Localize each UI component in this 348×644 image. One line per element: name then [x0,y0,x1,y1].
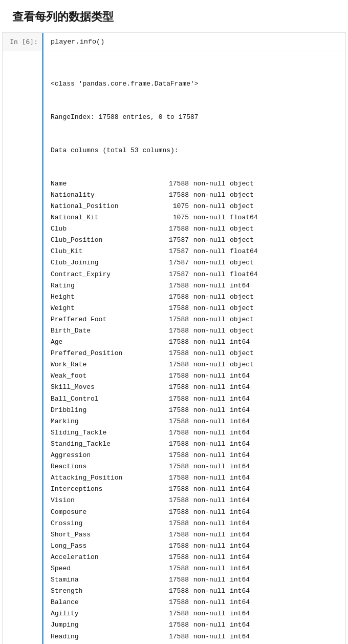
column-name: Standing_Tackle [51,439,158,450]
column-type: int64 [230,608,250,619]
column-row: Marking17588non-nullint64 [51,416,338,427]
column-null: non-null [189,631,230,642]
column-null: non-null [189,507,230,518]
column-row: Club_Position17587non-nullobject [51,235,338,246]
column-type: int64 [230,586,250,597]
column-count: 17588 [158,472,189,484]
column-type: object [230,190,254,201]
column-row: Composure17588non-nullint64 [51,507,338,518]
column-name: Birth_Date [51,325,158,337]
column-name: Aggression [51,450,158,461]
column-null: non-null [189,235,230,246]
column-row: Crossing17588non-nullint64 [51,518,338,529]
column-name: Club [51,223,158,235]
column-count: 17588 [158,574,189,586]
column-null: non-null [189,178,230,190]
column-null: non-null [189,223,230,235]
column-name: Stamina [51,574,158,586]
column-type: int64 [230,518,250,529]
column-null: non-null [189,348,230,359]
column-null: non-null [189,405,230,416]
column-row: Acceleration17588non-nullint64 [51,552,338,563]
column-count: 17588 [158,190,189,201]
column-row: Ball_Control17588non-nullint64 [51,393,338,405]
column-row: Dribbling17588non-nullint64 [51,405,338,416]
column-name: Shot_Power [51,642,158,644]
column-null: non-null [189,269,230,280]
column-name: Preffered_Position [51,348,158,359]
column-type: object [230,348,254,359]
column-type: int64 [230,370,250,382]
column-type: int64 [230,405,250,416]
column-count: 17588 [158,359,189,370]
column-count: 17587 [158,246,189,257]
column-name: Club_Joining [51,257,158,268]
column-type: int64 [230,382,250,393]
column-count: 17588 [158,597,189,608]
column-count: 17588 [158,292,189,303]
column-count: 17588 [158,178,189,190]
column-name: Club_Position [51,235,158,246]
column-name: Acceleration [51,552,158,563]
column-type: object [230,257,254,268]
column-name: Heading [51,631,158,642]
column-row: Shot_Power17588non-nullint64 [51,642,338,644]
column-null: non-null [189,484,230,495]
column-null: non-null [189,325,230,337]
column-row: Birth_Date17588non-nullobject [51,325,338,337]
column-row: Interceptions17588non-nullint64 [51,484,338,495]
column-row: Jumping17588non-nullint64 [51,619,338,631]
column-null: non-null [189,314,230,325]
column-name: Crossing [51,518,158,529]
column-type: int64 [230,393,250,405]
column-null: non-null [189,450,230,461]
column-name: Age [51,337,158,348]
column-name: Vision [51,495,158,506]
column-row: National_Kit1075non-nullfloat64 [51,212,338,223]
column-row: Club_Joining17587non-nullobject [51,257,338,268]
column-name: Dribbling [51,405,158,416]
column-count: 17588 [158,507,189,518]
column-type: int64 [230,597,250,608]
column-name: Speed [51,563,158,574]
column-type: int64 [230,552,250,563]
column-type: int64 [230,563,250,574]
column-row: Club17588non-nullobject [51,223,338,235]
column-name: Long_Pass [51,541,158,552]
column-type: object [230,178,254,190]
column-row: Rating17588non-nullint64 [51,280,338,292]
column-null: non-null [189,257,230,268]
column-name: Height [51,292,158,303]
column-count: 17587 [158,235,189,246]
in-number: [6]: [22,38,38,46]
column-row: Weight17588non-nullobject [51,303,338,314]
column-row: Balance17588non-nullint64 [51,597,338,608]
in-label: In [10,38,18,46]
column-type: object [230,292,254,303]
column-count: 17588 [158,552,189,563]
column-row: Aggression17588non-nullint64 [51,450,338,461]
column-row: Speed17588non-nullint64 [51,563,338,574]
column-type: object [230,235,254,246]
column-row: Standing_Tackle17588non-nullint64 [51,439,338,450]
column-name: Ball_Control [51,393,158,405]
column-row: Agility17588non-nullint64 [51,608,338,619]
column-count: 17588 [158,427,189,439]
column-row: Preffered_Foot17588non-nullobject [51,314,338,325]
code-cell: In [6]: player.info() [3,32,345,51]
column-null: non-null [189,586,230,597]
column-row: Attacking_Position17588non-nullint64 [51,472,338,484]
column-null: non-null [189,201,230,212]
code-input[interactable]: player.info() [51,38,338,46]
column-null: non-null [189,190,230,201]
column-type: int64 [230,484,250,495]
column-null: non-null [189,529,230,541]
column-row: Club_Kit17587non-nullfloat64 [51,246,338,257]
column-count: 17588 [158,529,189,541]
column-count: 17588 [158,382,189,393]
column-name: Agility [51,608,158,619]
column-count: 17588 [158,348,189,359]
column-null: non-null [189,597,230,608]
column-row: Long_Pass17588non-nullint64 [51,541,338,552]
column-null: non-null [189,359,230,370]
